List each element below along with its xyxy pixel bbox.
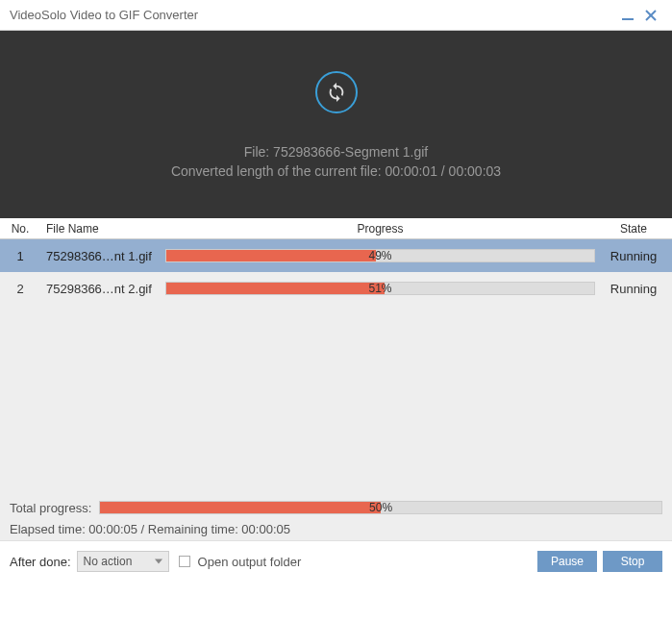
- progress-label: 49%: [368, 249, 391, 262]
- svg-rect-0: [622, 18, 634, 20]
- cell-no: 1: [0, 249, 40, 263]
- cell-no: 2: [0, 282, 40, 296]
- total-progress-bar: 50%: [99, 501, 662, 514]
- cell-progress: 51%: [165, 281, 595, 296]
- refresh-icon: [326, 82, 347, 103]
- total-label: Total progress:: [10, 501, 91, 515]
- titlebar: VideoSolo Video to GIF Converter: [0, 0, 672, 31]
- open-output-checkbox[interactable]: [179, 556, 190, 567]
- close-button[interactable]: [639, 4, 662, 27]
- total-progress-fill: [100, 502, 381, 513]
- table-header: No. File Name Progress State: [0, 218, 672, 239]
- header-no: No.: [0, 222, 40, 236]
- header-progress: Progress: [165, 222, 595, 236]
- progress-bar: 49%: [165, 249, 595, 262]
- after-done-select[interactable]: No action: [77, 551, 169, 572]
- cell-filename: 75298366…nt 1.gif: [40, 249, 165, 263]
- table-body: 175298366…nt 1.gif49%Running275298366…nt…: [0, 239, 672, 491]
- progress-label: 51%: [368, 282, 391, 295]
- progress-fill: [166, 250, 376, 261]
- after-done-value: No action: [84, 555, 133, 568]
- preview-length-label: Converted length of the current file: 00…: [171, 163, 501, 179]
- cell-progress: 49%: [165, 248, 595, 263]
- progress-bar: 51%: [165, 282, 595, 295]
- minimize-icon: [621, 9, 635, 22]
- after-done-label: After done:: [10, 555, 71, 569]
- refresh-circle: [315, 71, 358, 113]
- elapsed-label: Elapsed time: 00:00:05 / Remaining time:…: [10, 522, 662, 536]
- cell-state: Running: [595, 282, 672, 296]
- cell-state: Running: [595, 249, 672, 263]
- table-row[interactable]: 275298366…nt 2.gif51%Running: [0, 272, 672, 305]
- pause-button[interactable]: Pause: [537, 551, 597, 572]
- stop-button[interactable]: Stop: [603, 551, 662, 572]
- minimize-button[interactable]: [616, 4, 639, 27]
- open-output-label: Open output folder: [198, 555, 302, 569]
- preview-panel: File: 752983666-Segment 1.gif Converted …: [0, 31, 672, 218]
- cell-filename: 75298366…nt 2.gif: [40, 282, 165, 296]
- footer: After done: No action Open output folder…: [0, 540, 672, 582]
- total-row: Total progress: 50%: [10, 499, 662, 516]
- header-state: State: [595, 222, 672, 236]
- table-row[interactable]: 175298366…nt 1.gif49%Running: [0, 239, 672, 272]
- progress-fill: [166, 283, 385, 294]
- header-filename: File Name: [40, 222, 165, 236]
- app-title: VideoSolo Video to GIF Converter: [10, 8, 616, 22]
- close-icon: [644, 9, 658, 22]
- preview-file-label: File: 752983666-Segment 1.gif: [244, 144, 428, 160]
- total-progress-label: 50%: [369, 501, 392, 514]
- total-section: Total progress: 50% Elapsed time: 00:00:…: [0, 491, 672, 540]
